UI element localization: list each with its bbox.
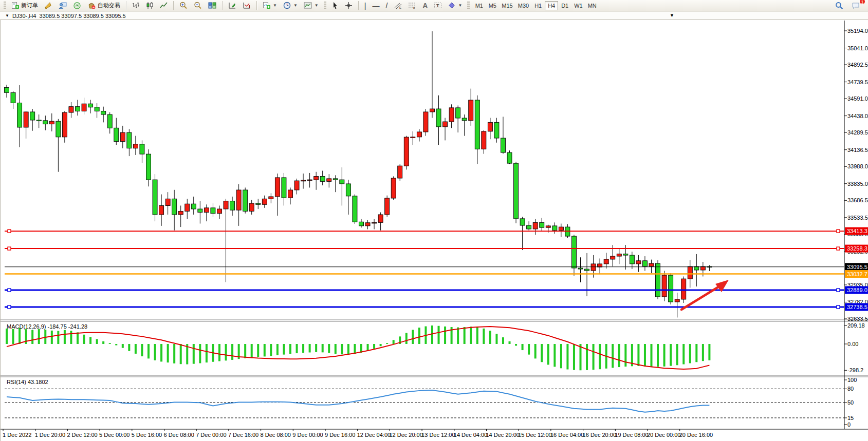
level-price-badge: 33413.3 xyxy=(845,227,868,235)
indicators-button[interactable] xyxy=(226,1,239,11)
line-handle[interactable] xyxy=(8,247,11,250)
text-label-tool-button[interactable]: T xyxy=(431,1,445,11)
dropdown-caret-icon: ▼ xyxy=(273,3,277,8)
signals-button[interactable] xyxy=(70,1,84,11)
candle-body xyxy=(101,111,106,114)
crosshair-tool-button[interactable] xyxy=(342,1,355,11)
text-tool-button[interactable]: A xyxy=(420,1,430,11)
candle-body xyxy=(120,132,125,142)
price-axis: 35194.035041.034892.534739.534591.034438… xyxy=(844,28,868,322)
vertical-line-tool-button[interactable]: | xyxy=(362,1,369,11)
cursor-tool-button[interactable] xyxy=(329,1,341,11)
trend-arrow[interactable] xyxy=(681,280,729,310)
megaphone-icon xyxy=(44,2,52,9)
macd-histogram-bar xyxy=(244,344,246,358)
line-chart-button[interactable] xyxy=(157,1,170,11)
line-handle[interactable] xyxy=(837,229,840,233)
candlestick-chart-button[interactable] xyxy=(143,1,156,11)
new-order-button[interactable]: 新订单 xyxy=(9,1,41,11)
new-chart-button[interactable]: ▼ xyxy=(260,1,280,11)
candle-body xyxy=(385,198,390,215)
level-line-33413.3[interactable] xyxy=(5,229,844,233)
bar-chart-button[interactable] xyxy=(130,1,142,11)
candle-body xyxy=(533,222,538,229)
fibonacci-tool-button[interactable]: F xyxy=(405,1,419,11)
zoom-out-icon xyxy=(194,2,202,9)
candle-body xyxy=(56,121,61,137)
candle xyxy=(378,213,383,231)
indicator-window-button[interactable] xyxy=(240,1,253,11)
zoom-in-button[interactable] xyxy=(177,1,190,11)
macd-histogram-bar xyxy=(618,344,620,367)
line-handle[interactable] xyxy=(8,305,11,309)
macd-histogram-bar xyxy=(509,341,511,344)
tile-windows-button[interactable] xyxy=(206,1,219,11)
search-button[interactable] xyxy=(833,1,846,11)
chart-area[interactable]: 35194.035041.034892.534739.534591.034438… xyxy=(0,20,868,441)
level-line-32738.5[interactable] xyxy=(5,305,844,309)
trendline-tool-button[interactable]: / xyxy=(383,1,390,11)
level-line-33258.3[interactable] xyxy=(5,247,844,250)
timeframe-button-d1[interactable]: D1 xyxy=(558,1,571,10)
macd-histogram-bar xyxy=(418,328,420,344)
macd-histogram-bar xyxy=(560,344,562,368)
macd-histogram-bar xyxy=(147,344,150,358)
timeframe-button-m5[interactable]: M5 xyxy=(486,1,499,10)
candle xyxy=(314,172,319,190)
timeframe-button-h4[interactable]: H4 xyxy=(545,1,558,10)
user-terminal-button[interactable] xyxy=(56,1,69,11)
line-handle[interactable] xyxy=(837,289,840,292)
candle xyxy=(5,85,9,98)
line-handle[interactable] xyxy=(8,289,11,292)
macd-histogram-bar xyxy=(31,330,33,344)
channel-tool-button[interactable]: E xyxy=(391,1,404,11)
line-handle[interactable] xyxy=(837,305,840,309)
time-label: 7 Dec 00:00 xyxy=(196,432,226,438)
candle xyxy=(333,175,338,192)
line-chart-icon xyxy=(160,2,168,9)
level-line-32889.0[interactable] xyxy=(5,289,844,292)
candle xyxy=(494,118,499,143)
candle-body xyxy=(611,256,615,259)
candle xyxy=(527,221,531,231)
chart-canvas[interactable]: 35194.035041.034892.534739.534591.034438… xyxy=(1,20,868,441)
candle xyxy=(301,174,306,189)
macd-histogram-bar xyxy=(193,344,195,364)
candle-body xyxy=(585,269,589,271)
macd-histogram-bar xyxy=(180,344,182,364)
time-label: 20 Dec 16:00 xyxy=(679,432,713,438)
megaphone-button[interactable] xyxy=(42,1,55,11)
candle xyxy=(365,220,370,229)
line-handle[interactable] xyxy=(837,247,840,250)
timeframe-button-w1[interactable]: W1 xyxy=(571,1,585,10)
timeframe-button-m1[interactable]: M1 xyxy=(472,1,486,10)
line-handle[interactable] xyxy=(8,229,11,233)
time-label: 5 Dec 00:00 xyxy=(99,432,130,438)
timeframe-button-h1[interactable]: H1 xyxy=(531,1,545,10)
window-menu-icon[interactable]: ▼ xyxy=(5,13,9,18)
templates-icon xyxy=(304,2,312,9)
chat-button[interactable]: 1 xyxy=(849,1,863,11)
macd-histogram-bar xyxy=(128,344,130,351)
candle xyxy=(88,100,93,113)
templates-button[interactable]: ▼ xyxy=(301,1,321,11)
time-label: 16 Dec 20:00 xyxy=(583,432,616,438)
timeframe-button-mn[interactable]: MN xyxy=(585,1,599,10)
autotrade-icon xyxy=(87,2,96,9)
macd-histogram-bar xyxy=(64,330,66,344)
periods-button[interactable]: ▼ xyxy=(281,1,300,11)
toolbar-separator xyxy=(222,1,223,10)
candle-body xyxy=(391,178,396,198)
horizontal-line-tool-button[interactable]: — xyxy=(370,1,382,11)
auto-trading-button[interactable]: 自动交易 xyxy=(85,1,123,11)
candle xyxy=(372,219,377,229)
candle xyxy=(101,107,106,123)
macd-histogram-bar xyxy=(431,325,433,344)
timeframe-button-m15[interactable]: M15 xyxy=(499,1,515,10)
timeframe-button-m30[interactable]: M30 xyxy=(515,1,531,10)
macd-histogram-bar xyxy=(270,344,272,356)
shapes-tool-button[interactable]: ▼ xyxy=(446,1,465,11)
candle xyxy=(172,190,177,231)
zoom-out-button[interactable] xyxy=(191,1,205,11)
time-label: 12 Dec 20:00 xyxy=(389,432,422,438)
